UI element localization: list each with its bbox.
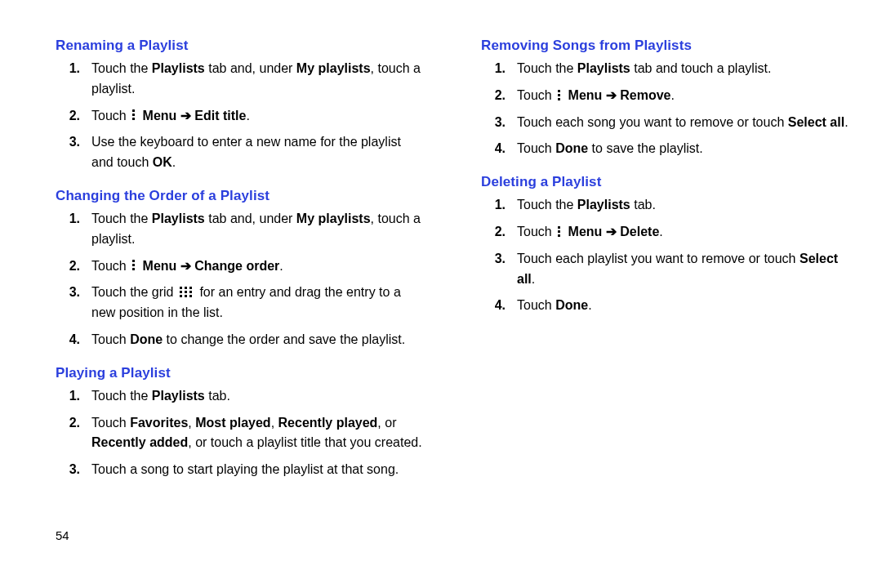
left-column: Renaming a Playlist Touch the Playlists … [31,38,424,487]
heading-deleting: Deleting a Playlist [481,174,849,190]
list-item: Touch Done to change the order and save … [56,330,424,350]
list-item: Touch each playlist you want to remove o… [481,249,849,290]
list-item: Touch the Playlists tab and, under My pl… [56,209,424,250]
list-item: Touch Menu ➔ Remove. [481,86,849,106]
menu-icon [557,90,562,101]
list-item: Touch Menu ➔ Change order. [56,256,424,277]
heading-change-order: Changing the Order of a Playlist [56,188,424,204]
list-item: Touch each song you want to remove or to… [481,113,849,133]
list-item: Touch Favorites, Most played, Recently p… [56,413,424,454]
list-playing: Touch the Playlists tab. Touch Favorites… [56,386,424,480]
menu-icon [131,260,136,271]
list-item: Touch the Playlists tab. [56,386,424,407]
menu-icon [131,109,136,121]
list-item: Touch Menu ➔ Delete. [481,222,849,243]
heading-renaming: Renaming a Playlist [56,38,424,54]
page-body: Renaming a Playlist Touch the Playlists … [0,0,882,487]
list-item: Touch Done to save the playlist. [481,139,849,159]
list-item: Use the keyboard to enter a new name for… [56,132,424,173]
list-removing: Touch the Playlists tab and touch a play… [481,59,849,159]
menu-icon [557,226,562,238]
page-number: 54 [56,528,69,542]
heading-playing: Playing a Playlist [56,365,424,381]
list-item: Touch the grid for an entry and drag the… [56,283,424,323]
list-item: Touch Menu ➔ Edit title. [56,106,424,127]
list-deleting: Touch the Playlists tab. Touch Menu ➔ De… [481,195,849,316]
list-change-order: Touch the Playlists tab and, under My pl… [56,209,424,350]
grid-icon [180,287,193,298]
heading-removing: Removing Songs from Playlists [481,38,849,54]
right-column: Removing Songs from Playlists Touch the … [457,38,849,487]
list-item: Touch the Playlists tab and, under My pl… [56,59,424,100]
list-item: Touch Done. [481,296,849,316]
list-item: Touch a song to start playing the playli… [56,460,424,480]
list-item: Touch the Playlists tab and touch a play… [481,59,849,79]
list-renaming: Touch the Playlists tab and, under My pl… [56,59,424,173]
list-item: Touch the Playlists tab. [481,195,849,216]
